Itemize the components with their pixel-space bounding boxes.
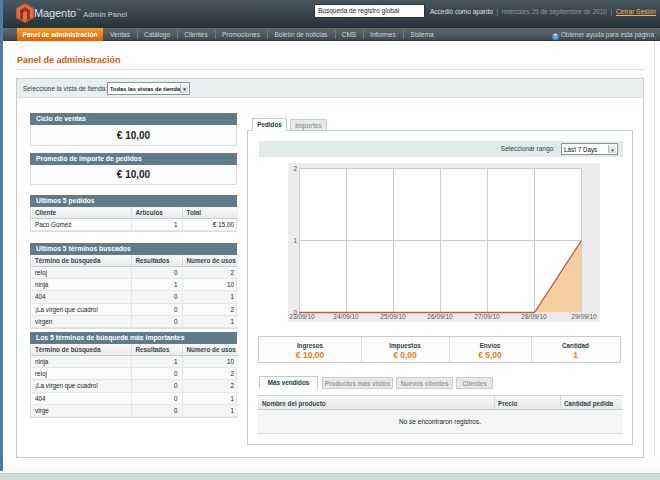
svg-text:25/09/10: 25/09/10	[380, 313, 406, 320]
svg-text:24/09/10: 24/09/10	[333, 313, 359, 320]
svg-text:1: 1	[293, 237, 297, 244]
svg-text:23/09/10: 23/09/10	[289, 313, 315, 320]
svg-text:29/09/10: 29/09/10	[571, 313, 597, 320]
svg-text:28/09/10: 28/09/10	[521, 313, 547, 320]
svg-text:26/09/10: 26/09/10	[427, 313, 453, 320]
svg-text:2: 2	[293, 165, 297, 172]
svg-text:27/09/10: 27/09/10	[474, 313, 500, 320]
